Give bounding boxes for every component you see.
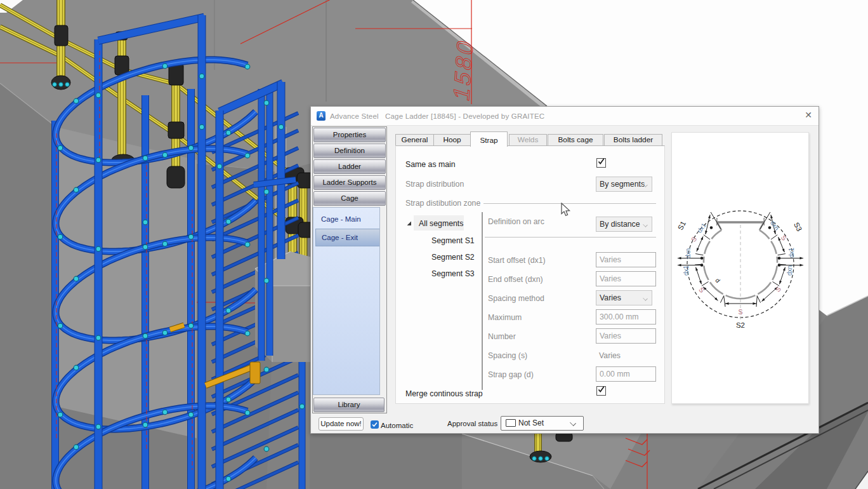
svg-text:S: S	[773, 285, 782, 293]
svg-text:dx1: dx1	[788, 248, 795, 258]
svg-text:S: S	[738, 308, 742, 316]
svg-text:dxn: dxn	[769, 219, 780, 232]
svg-text:S: S	[690, 235, 699, 243]
svg-text:dxn: dxn	[685, 248, 692, 258]
svg-text:d: d	[714, 277, 721, 284]
svg-text:dxn: dxn	[786, 265, 793, 276]
svg-text:S: S	[697, 286, 706, 294]
svg-text:S1: S1	[676, 220, 687, 231]
svg-text:dx1: dx1	[683, 265, 690, 276]
svg-text:S3: S3	[792, 221, 803, 232]
svg-text:S: S	[780, 234, 789, 242]
svg-text:1580: 1580	[449, 35, 478, 104]
svg-text:S2: S2	[736, 321, 745, 329]
